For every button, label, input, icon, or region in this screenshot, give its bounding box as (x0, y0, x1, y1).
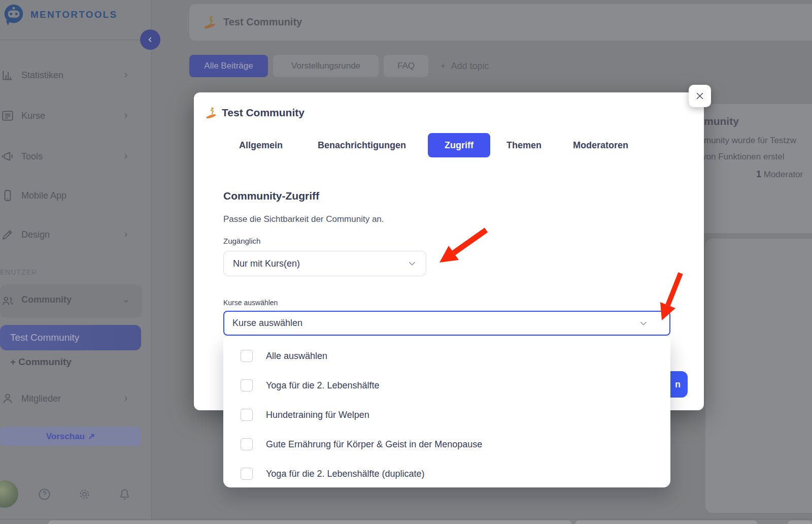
access-select[interactable]: Nur mit Kurs(en) (223, 251, 426, 276)
section-description: Passe die Sichtbarkeit der Community an. (223, 214, 384, 224)
courses-multiselect[interactable]: Kurse auswählen (223, 311, 670, 336)
add-topic-label: Add topic (451, 61, 489, 72)
sidebar-item-mitglieder[interactable]: Mitglieder (0, 388, 151, 409)
bottom-card-edge (575, 520, 758, 524)
chevron-right-icon (122, 231, 130, 239)
chevron-down-icon (407, 258, 418, 269)
option-hundetraining[interactable]: Hundetraining für Welpen (223, 400, 670, 430)
sidebar-item-label: Design (21, 230, 50, 240)
sidebar-item-community[interactable]: Community (0, 284, 142, 318)
bell-icon[interactable] (118, 487, 131, 501)
tab-zugriff[interactable]: Zugriff (428, 133, 490, 157)
checkbox[interactable] (241, 379, 253, 391)
logo: MENTORTOOLS (2, 3, 117, 26)
sidebar-item-label: Kurse (21, 111, 45, 121)
bar-chart-icon (1, 69, 14, 82)
bottom-content-edge (0, 519, 812, 524)
preview-button[interactable]: Vorschau ↗ (0, 427, 141, 446)
sidebar-item-label: Tools (21, 151, 43, 162)
sidebar-item-label: Mitglieder (21, 394, 61, 404)
external-link-arrow-icon: ↗ (88, 431, 95, 442)
sidebar-section-benutzer: ENUTZER (0, 268, 37, 276)
topic-tab-faq[interactable]: FAQ (384, 55, 428, 77)
close-icon (695, 91, 705, 101)
option-ernaehrung[interactable]: Gute Ernährung für Körper & Geist in der… (223, 430, 670, 459)
chevron-down-icon (638, 318, 649, 329)
logo-text: MENTORTOOLS (30, 9, 117, 20)
option-alle-auswaehlen[interactable]: Alle auswählen (223, 341, 670, 371)
access-select-value: Nur mit Kurs(en) (233, 258, 300, 269)
access-label: Zugänglich (223, 237, 260, 245)
sidebar-item-label: Mobile App (21, 190, 66, 201)
option-yoga[interactable]: Yoga für die 2. Lebenshälfte (223, 371, 670, 400)
phone-icon (1, 189, 14, 202)
courses-label: Kurse auswählen (223, 299, 278, 307)
chevron-down-icon (122, 297, 130, 305)
sidebar-collapse-button[interactable] (140, 29, 160, 50)
app-screen: MENTORTOOLS Statistiken Kurse Tools Mobi… (0, 0, 812, 524)
sidebar-item-mobile-app[interactable]: Mobile App (0, 185, 151, 206)
tab-benachrichtigungen[interactable]: Benachrichtigungen (315, 133, 409, 157)
sidebar-item-design[interactable]: Design (0, 224, 151, 245)
add-community-button[interactable]: + Community (10, 356, 72, 368)
sidebar-item-kurse[interactable]: Kurse (0, 106, 151, 126)
moderator-count: 1 Moderator (756, 169, 803, 180)
sidebar-item-tools[interactable]: Tools (0, 146, 151, 167)
surfer-emoji-icon (203, 14, 218, 29)
tab-themen[interactable]: Themen (503, 133, 545, 157)
chevron-right-icon (122, 71, 130, 79)
gear-icon[interactable] (78, 487, 91, 501)
background-card (705, 239, 812, 513)
section-title: Community-Zugriff (223, 190, 319, 202)
info-card-text-fragment: munity wurde für Testzw (704, 136, 796, 146)
pencil-icon (1, 228, 14, 241)
option-yoga-duplicate[interactable]: Yoga für die 2. Lebenshälfte (duplicate) (223, 459, 670, 488)
book-icon (1, 109, 14, 122)
info-card-text-fragment: von Funktionen erstel (702, 152, 785, 162)
chevron-right-icon (122, 152, 130, 160)
sidebar: MENTORTOOLS Statistiken Kurse Tools Mobi… (0, 0, 152, 519)
sidebar-item-label: Statistiken (21, 70, 63, 81)
checkbox[interactable] (241, 350, 253, 362)
checkbox[interactable] (241, 438, 253, 450)
sidebar-item-statistiken[interactable]: Statistiken (0, 65, 151, 85)
checkbox[interactable] (241, 468, 253, 480)
people-icon (1, 294, 14, 308)
chevron-right-icon (122, 112, 130, 120)
megaphone-icon (1, 150, 14, 163)
avatar[interactable] (0, 480, 18, 508)
plus-icon: + (441, 61, 446, 72)
courses-select-placeholder: Kurse auswählen (232, 318, 302, 329)
courses-dropdown-panel: Alle auswählen Yoga für die 2. Lebenshäl… (223, 337, 670, 487)
info-card-title-fragment: munity (704, 115, 739, 127)
sidebar-item-test-community[interactable]: Test Community (0, 325, 141, 350)
community-header-card: Test Community (189, 4, 812, 41)
sidebar-item-label: Community (21, 294, 72, 305)
topic-tab-vorstellungsrunde[interactable]: Vorstellungsrunde (273, 55, 379, 77)
chevron-right-icon (122, 395, 130, 403)
save-button-label-fragment: n (675, 379, 681, 390)
modal-close-button[interactable] (689, 85, 711, 107)
add-topic-button[interactable]: + Add topic (437, 55, 492, 77)
sidebar-divider (0, 40, 151, 40)
surfer-emoji-icon (205, 106, 219, 119)
person-icon (1, 392, 14, 405)
mentortools-logo-icon (2, 3, 25, 26)
chevron-left-icon (147, 36, 154, 43)
page-title: Test Community (223, 16, 302, 28)
help-icon[interactable] (38, 487, 51, 501)
bottom-card-edge (48, 520, 572, 524)
topic-tab-alle-beitraege[interactable]: Alle Beiträge (189, 55, 268, 77)
preview-label: Vorschau (46, 432, 85, 442)
checkbox[interactable] (241, 409, 253, 421)
tab-moderatoren[interactable]: Moderatoren (570, 133, 631, 157)
bottom-card-edge (788, 520, 812, 524)
sidebar-item-label: Test Community (10, 332, 79, 343)
modal-title: Test Community (222, 107, 304, 119)
tab-allgemein[interactable]: Allgemein (236, 133, 286, 157)
